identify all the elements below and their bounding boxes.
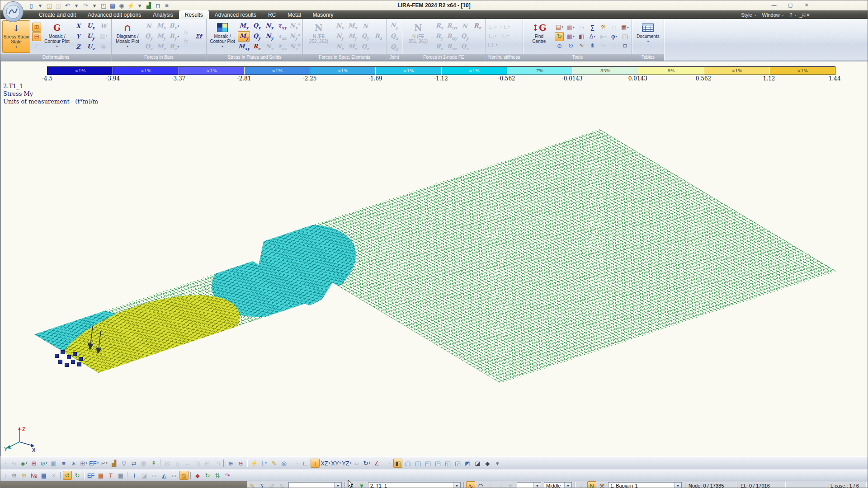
rotate-cw-icon[interactable]: ↻ xyxy=(73,471,82,480)
colorscale-settings-button[interactable]: ▤▾ xyxy=(555,23,564,32)
cube-bottom-icon[interactable]: ◲ xyxy=(453,459,462,468)
cube-iso3-icon[interactable]: ◪ xyxy=(473,459,482,468)
mosaic-contour-deformations-button[interactable]: GMosaic /Contour Plot▾ xyxy=(43,20,71,53)
filter-combo[interactable]: ▼ xyxy=(517,482,541,488)
result-check-button[interactable]: ?! xyxy=(599,23,608,32)
mosaic-contour-stress-button[interactable]: Mosaic /Contour Plot▾ xyxy=(208,20,236,53)
tab-analysis[interactable]: Analysis xyxy=(147,10,179,19)
help-menu[interactable]: ?⌄ xyxy=(787,12,800,18)
tab-masonry[interactable]: Masonry xyxy=(307,10,340,19)
button-mxy[interactable]: Mxy xyxy=(238,42,250,52)
rotate-ccw-icon[interactable]: ↺ xyxy=(63,471,72,480)
color-quads-icon[interactable]: ◆ xyxy=(193,471,202,480)
zoom-in-icon[interactable]: ⊕ xyxy=(226,459,235,468)
undo-caret[interactable]: ▾ xyxy=(72,1,81,10)
type-display-icon[interactable]: T xyxy=(106,471,115,480)
restore-button[interactable]: ▢ xyxy=(782,0,798,9)
plane-grid-icon[interactable]: ▱ xyxy=(352,459,361,468)
diagram-settings-button[interactable]: ▥▾ xyxy=(566,32,575,41)
button-y[interactable]: Y xyxy=(72,31,84,42)
loadcase-combo[interactable]: 1. Варіант 1▼ xyxy=(608,482,682,488)
preview-icon[interactable]: ◉ xyxy=(117,1,126,10)
button-uz[interactable]: Uz xyxy=(85,42,97,52)
sum-loads-button[interactable]: ∑ xyxy=(588,23,597,32)
frame-display-2-button[interactable]: ⊟ xyxy=(32,32,41,41)
lasso-select-icon[interactable]: ◠ xyxy=(476,481,485,488)
redo-icon[interactable]: ↷ xyxy=(81,1,90,10)
cube-rotate-icon[interactable]: ◆ xyxy=(483,459,492,468)
button-uy[interactable]: Uy xyxy=(85,31,97,42)
button-ux[interactable]: Ux xyxy=(85,21,97,31)
pack-model-icon[interactable]: ◳ xyxy=(99,1,108,10)
tab-rc[interactable]: RC xyxy=(262,10,282,19)
stress-strain-state-button[interactable]: ↓Stress StrainState▾ xyxy=(2,20,30,53)
button-qx[interactable]: Qx xyxy=(251,21,263,31)
delta-hs-button[interactable]: Δ▾ xyxy=(588,32,597,41)
contour-plate-icon[interactable]: ▱ xyxy=(170,471,179,480)
scale-settings-button[interactable]: ▥▾ xyxy=(566,23,575,32)
cube-front-icon[interactable]: ◫ xyxy=(413,459,422,468)
gear-single-icon[interactable]: ⚙ xyxy=(19,471,28,480)
initial-scheme-icon[interactable]: ◈▾ xyxy=(19,459,28,468)
gears-settings-icon[interactable]: ⚙ xyxy=(9,471,19,480)
element-numbers-icon[interactable]: ▤ xyxy=(39,471,48,480)
next-result-icon[interactable]: ▼ xyxy=(357,481,366,488)
button-x[interactable]: X xyxy=(72,21,84,31)
undo-icon[interactable]: ↶ xyxy=(63,1,72,10)
pin-needle-icon[interactable]: ↟ xyxy=(149,459,158,468)
style-menu[interactable]: Style⌄ xyxy=(738,12,759,18)
lock-results-button[interactable]: ◫ xyxy=(620,32,629,41)
swap-direction-icon[interactable]: ⇄ xyxy=(129,459,138,468)
pencil-draw-icon[interactable]: ✎ xyxy=(269,459,278,468)
chevron-down-icon[interactable]: ▼ xyxy=(674,483,681,488)
button-τxy[interactable]: τxy xyxy=(276,21,288,31)
chevron-down-icon[interactable]: ▼ xyxy=(453,483,460,488)
window-menu[interactable]: Window⌄ xyxy=(760,12,787,18)
close-button[interactable]: ✕ xyxy=(798,0,815,9)
toolbar-grip[interactable]: ⋮ xyxy=(4,473,8,478)
toolbar-grip[interactable]: ⋮ xyxy=(387,461,392,466)
dimension-l-icon[interactable]: L▾ xyxy=(259,459,269,468)
palette-button[interactable]: ▦▾ xyxy=(620,23,629,32)
mdi-restore-button[interactable]: ◱ xyxy=(802,13,806,18)
button-nx[interactable]: Nx xyxy=(264,21,275,31)
lock-tool-button[interactable]: ◘ xyxy=(620,41,629,50)
frame-display-button[interactable]: ⊞ xyxy=(32,23,41,32)
iso-axes-icon[interactable]: ∠ xyxy=(372,459,381,468)
contour-off-icon[interactable]: ⊘▾ xyxy=(39,459,48,468)
projection-xz-icon[interactable]: XZ▾ xyxy=(321,459,330,468)
open-file-icon[interactable]: ◱ xyxy=(45,1,54,10)
wedge-display-icon[interactable]: ◭ xyxy=(160,471,169,480)
diagrams-mosaic-plot-button[interactable]: ∩Diagrams /Mosaic Plot▾ xyxy=(113,20,142,53)
quick-analysis-icon[interactable]: ⚡ xyxy=(126,1,135,10)
tab-metal[interactable]: Metal xyxy=(282,10,307,19)
swap-12-icon[interactable]: ⇅ xyxy=(213,471,222,480)
isometric-view-icon[interactable]: ◧ xyxy=(393,459,402,468)
lock-model-icon[interactable]: ⊓ xyxy=(153,1,162,10)
doc-fragment-icon[interactable]: ▤ xyxy=(96,471,105,480)
flashlight-icon[interactable]: ⚡ xyxy=(250,459,259,468)
plate-display-icon[interactable]: ▱ xyxy=(150,471,159,480)
button-mx[interactable]: Mx xyxy=(238,21,250,31)
model-3d-icon[interactable]: ▟ xyxy=(144,1,153,10)
documents-button[interactable]: Documents▾ xyxy=(634,20,662,53)
model-viewport[interactable]: <1%<1%<1%<1%<1%<1%<1%7%83%8%<1%<1% -4.5-… xyxy=(0,61,868,456)
zoom-tool-button[interactable]: ⊙ xyxy=(566,41,575,50)
find-centre-button[interactable]: ↕GFindCentre xyxy=(525,20,553,53)
ef-fragment-icon[interactable]: EF▾ xyxy=(89,459,99,468)
hammer-edit-icon[interactable]: ⚒ xyxy=(597,481,606,488)
minimize-button[interactable]: — xyxy=(766,0,782,9)
tab-advanced-edit-options[interactable]: Advanced edit options xyxy=(82,10,147,19)
hatch-plate-icon[interactable]: ▨ xyxy=(179,471,189,480)
layer-combo[interactable]: Middle▼ xyxy=(544,482,572,488)
load-shower-button[interactable]: ⋔ xyxy=(588,41,597,50)
button-ny[interactable]: Ny xyxy=(264,31,275,42)
model-3d-view-icon[interactable]: ▟ xyxy=(109,459,118,468)
button-qy[interactable]: Qy xyxy=(251,31,263,42)
cut-section-icon[interactable]: ✂▾ xyxy=(99,459,108,468)
stripes-icon[interactable]: ≡ xyxy=(59,459,68,468)
i-beam-section-icon[interactable]: Ι xyxy=(130,471,139,480)
ef-filter-icon[interactable]: EF xyxy=(86,471,95,480)
cube-left-icon[interactable]: ◰ xyxy=(423,459,432,468)
tab-create-and-edit[interactable]: Create and edit xyxy=(33,10,82,19)
